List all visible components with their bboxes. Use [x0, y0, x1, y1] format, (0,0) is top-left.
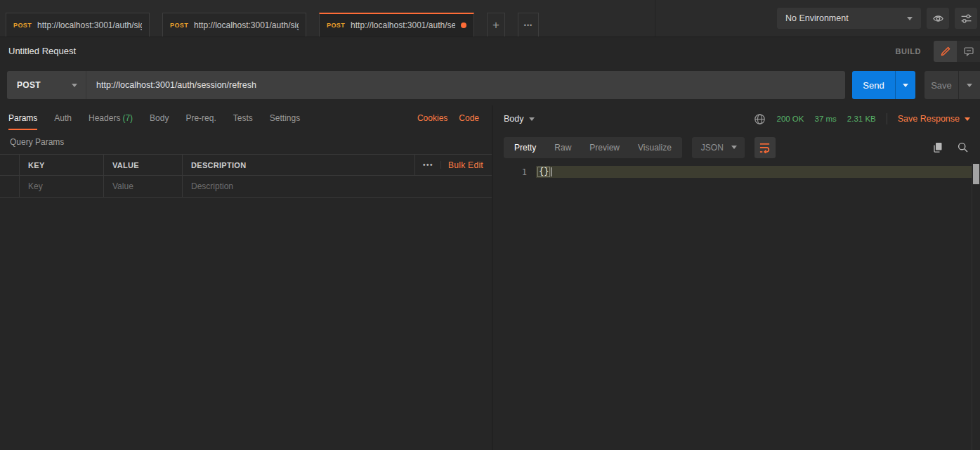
tab-auth[interactable]: Auth: [54, 105, 72, 131]
new-tab-button[interactable]: +: [487, 13, 505, 37]
eye-icon: [932, 13, 944, 25]
chevron-down-icon: [967, 84, 972, 87]
environment-zone: No Environment: [655, 0, 980, 37]
response-code-viewer[interactable]: 1 {}: [492, 162, 980, 450]
text-cursor: [551, 167, 551, 176]
chevron-down-icon: [907, 17, 913, 20]
pencil-icon: [940, 46, 951, 57]
code-link[interactable]: Code: [459, 113, 479, 123]
method-label: POST: [17, 80, 41, 90]
code-line-1: 1 {}: [492, 166, 980, 178]
save-button[interactable]: Save: [925, 71, 958, 99]
main-panes: Params Auth Headers (7) Body Pre-req. Te…: [0, 105, 980, 450]
tab-body[interactable]: Body: [150, 105, 169, 131]
request-header: Untitled Request BUILD: [0, 37, 980, 65]
response-pane: Body 200 OK 37 ms 2.31 KB Save Response: [492, 105, 980, 450]
chevron-down-icon: [529, 117, 535, 121]
request-tab-2[interactable]: POST http://localhost:3001/auth/sig...: [162, 13, 306, 37]
comment-icon: [963, 46, 974, 57]
description-cell: [183, 176, 492, 197]
scrollbar-track: [972, 162, 972, 450]
active-code-line: {}: [536, 166, 972, 178]
response-body-selector[interactable]: Body: [504, 114, 535, 124]
key-input[interactable]: [28, 181, 103, 191]
description-column-header: DESCRIPTION: [183, 155, 415, 175]
response-toolbar: Pretty Raw Preview Visualize JSON: [492, 132, 980, 162]
send-options-button[interactable]: [895, 71, 915, 99]
copy-icon: [932, 141, 943, 153]
url-bar: POST: [7, 71, 845, 99]
tab-url: http://localhost:3001/auth/sig...: [37, 20, 142, 30]
tab-method-badge: POST: [170, 22, 188, 29]
search-icon: [957, 141, 969, 153]
request-title[interactable]: Untitled Request: [8, 46, 76, 56]
environment-quick-look-button[interactable]: [927, 8, 949, 29]
chevron-down-icon: [72, 84, 77, 87]
divider: [887, 113, 887, 124]
open-request-tabs: POST http://localhost:3001/auth/sig... P…: [0, 0, 539, 37]
network-globe-icon[interactable]: [754, 113, 766, 125]
save-response-button[interactable]: Save Response: [898, 114, 970, 124]
select-column-header: [0, 155, 20, 175]
table-header-row: KEY VALUE DESCRIPTION ••• Bulk Edit: [0, 155, 492, 176]
bulk-edit-link[interactable]: Bulk Edit: [441, 160, 483, 170]
tab-headers[interactable]: Headers (7): [89, 105, 133, 131]
view-visualize[interactable]: Visualize: [629, 137, 681, 158]
tab-params[interactable]: Params: [8, 105, 37, 131]
query-params-label: Query Params: [0, 131, 492, 154]
url-input[interactable]: [86, 71, 845, 99]
search-response-button[interactable]: [955, 140, 970, 155]
response-size: 2.31 KB: [847, 115, 876, 123]
word-wrap-icon: [759, 141, 771, 153]
value-cell: [104, 176, 183, 197]
key-cell: [20, 176, 104, 197]
tab-method-badge: POST: [13, 22, 32, 29]
copy-response-button[interactable]: [929, 140, 945, 155]
chevron-down-icon: [965, 117, 970, 121]
request-tab-3-active[interactable]: POST http://localhost:3001/auth/ses...: [319, 13, 474, 37]
request-tab-1[interactable]: POST http://localhost:3001/auth/sig...: [6, 13, 150, 37]
environment-selector[interactable]: No Environment: [777, 8, 921, 29]
cookies-link[interactable]: Cookies: [417, 113, 447, 123]
column-options-button[interactable]: •••: [423, 161, 441, 169]
layout-settings-button[interactable]: [955, 8, 977, 29]
response-header: Body 200 OK 37 ms 2.31 KB Save Response: [492, 105, 980, 132]
comments-button[interactable]: [957, 41, 980, 62]
value-input[interactable]: [112, 181, 182, 191]
request-header-right: BUILD: [895, 41, 980, 62]
url-row: POST Send Save: [0, 65, 980, 105]
method-selector[interactable]: POST: [7, 71, 86, 99]
status-badge: 200 OK: [776, 115, 804, 123]
response-meta: 200 OK 37 ms 2.31 KB Save Response: [754, 113, 970, 125]
wrap-text-button[interactable]: [754, 137, 776, 158]
send-button-group: Send: [852, 71, 915, 99]
environment-selected-label: No Environment: [785, 13, 849, 23]
view-preview[interactable]: Preview: [580, 137, 629, 158]
edit-mode-button[interactable]: [934, 41, 957, 62]
send-button[interactable]: Send: [852, 71, 895, 99]
request-links: Cookies Code: [417, 105, 479, 131]
sliders-icon: [960, 13, 972, 25]
view-pretty[interactable]: Pretty: [505, 137, 545, 158]
key-column-header: KEY: [20, 155, 104, 175]
tab-pre-request[interactable]: Pre-req.: [185, 105, 216, 131]
view-raw[interactable]: Raw: [545, 137, 580, 158]
table-row: [0, 176, 492, 198]
response-view-switch: Pretty Raw Preview Visualize: [504, 137, 682, 158]
tab-settings[interactable]: Settings: [270, 105, 300, 131]
tab-url: http://localhost:3001/auth/sig...: [194, 20, 299, 30]
tab-options-button[interactable]: •••: [518, 13, 539, 37]
save-options-button[interactable]: [958, 71, 980, 99]
description-input[interactable]: [191, 181, 492, 191]
tab-tests[interactable]: Tests: [233, 105, 253, 131]
value-column-header: VALUE: [104, 155, 183, 175]
scrollbar-thumb[interactable]: [973, 164, 979, 184]
format-selector[interactable]: JSON: [692, 137, 745, 158]
row-handle-cell: [0, 176, 20, 197]
tab-url: http://localhost:3001/auth/ses...: [351, 20, 455, 30]
response-time: 37 ms: [814, 115, 836, 123]
mode-toggle: [934, 41, 980, 62]
save-button-group: Save: [925, 71, 980, 99]
table-actions: ••• Bulk Edit: [415, 155, 492, 175]
unsaved-changes-dot-icon: [461, 22, 466, 28]
